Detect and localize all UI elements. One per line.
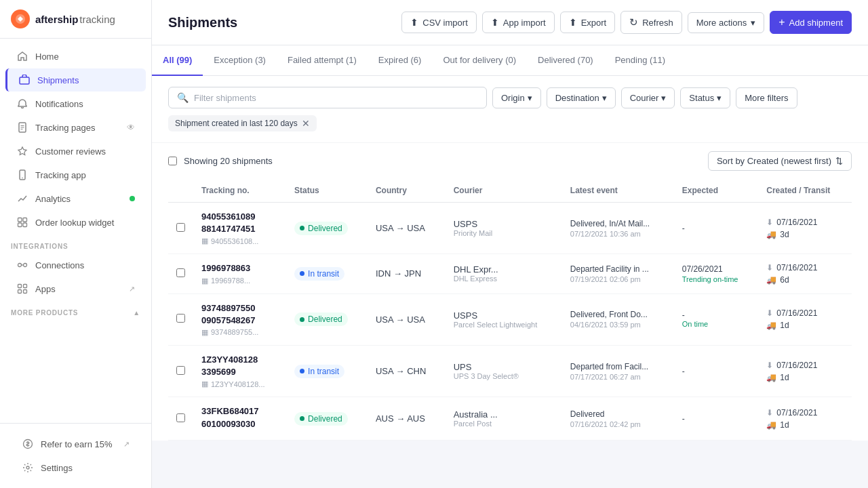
sidebar-item-settings[interactable]: Settings <box>11 456 140 479</box>
more-actions-button[interactable]: More actions ▾ <box>688 12 764 33</box>
svg-point-16 <box>26 466 29 469</box>
expected-text: - <box>682 414 685 424</box>
row-checkbox[interactable] <box>176 413 185 422</box>
tracking-number: 1Z3YY4081283395699 <box>201 354 278 378</box>
home-icon <box>16 50 28 62</box>
download-icon: ⬇ <box>766 361 773 370</box>
tab-pending[interactable]: Pending (11) <box>604 45 676 76</box>
expected-text: - <box>682 367 685 376</box>
row-checkbox[interactable] <box>176 268 185 277</box>
sidebar-item-order-lookup[interactable]: Order lookup widget <box>5 211 146 234</box>
app-import-icon: ⬆ <box>491 17 499 28</box>
refresh-button[interactable]: ↻ Refresh <box>620 11 682 34</box>
select-all-checkbox[interactable] <box>168 157 177 165</box>
download-icon: ⬇ <box>766 408 773 418</box>
sidebar-item-connections[interactable]: Connections <box>5 253 146 277</box>
courier-service: DHL Express <box>454 274 554 283</box>
svg-point-9 <box>18 264 22 267</box>
status-text: In transit <box>308 367 339 376</box>
status-label: Status <box>689 93 714 103</box>
courier-name: UPS <box>454 362 554 372</box>
sidebar-item-analytics[interactable]: Analytics <box>5 187 146 210</box>
shipments-icon <box>18 74 31 86</box>
sidebar-item-notifications[interactable]: Notifications <box>5 92 146 115</box>
tab-all[interactable]: All (99) <box>152 45 203 76</box>
courier-service: Priority Mail <box>454 229 554 237</box>
more-products-section[interactable]: MORE PRODUCTS ▲ <box>0 301 151 319</box>
status-dot <box>300 317 304 322</box>
svg-rect-6 <box>23 218 27 222</box>
svg-rect-5 <box>18 218 22 222</box>
search-container: 🔍 <box>168 87 487 108</box>
chevron-down-icon: ▾ <box>751 18 755 28</box>
integrations-section-label: INTEGRATIONS <box>0 235 151 253</box>
logo-brand: aftership <box>35 14 78 25</box>
more-filters-button[interactable]: More filters <box>736 87 797 108</box>
country-text: IDN → JPN <box>376 268 421 279</box>
page-title: Shipments <box>168 15 237 30</box>
tab-failed[interactable]: Failed attempt (1) <box>277 45 368 76</box>
csv-import-button[interactable]: ⬆ CSV import <box>401 12 476 33</box>
event-text: Departed from Facil... <box>570 362 666 371</box>
csv-import-label: CSV import <box>422 18 467 28</box>
tab-out-for-delivery[interactable]: Out for delivery (0) <box>432 45 527 76</box>
country-text: USA → USA <box>376 314 425 325</box>
courier-name: USPS <box>454 310 554 321</box>
origin-label: Origin <box>501 93 525 103</box>
table-row: 9405536108988141747451 ▦9405536108... De… <box>168 203 852 254</box>
transit-info: 🚚3d <box>766 230 844 239</box>
filter-row: 🔍 Origin ▾ Destination ▾ Courier ▾ Statu… <box>168 87 852 108</box>
logo-sub: tracking <box>79 14 115 25</box>
header-actions: ⬆ CSV import ⬆ App import ⬆ Export ↻ Ref… <box>401 11 852 34</box>
row-checkbox[interactable] <box>176 366 185 375</box>
event-time: 04/16/2021 03:59 pm <box>570 321 666 329</box>
export-button[interactable]: ⬆ Export <box>560 12 616 33</box>
search-input[interactable] <box>194 93 478 103</box>
filter-tag-close-button[interactable]: ✕ <box>302 118 310 129</box>
sidebar-item-apps[interactable]: Apps ↗ <box>5 277 146 300</box>
app-import-button[interactable]: ⬆ App import <box>482 12 555 33</box>
chevron-up-icon: ▲ <box>133 309 140 317</box>
svg-point-4 <box>22 178 23 179</box>
refer-external-icon: ↗ <box>123 440 130 449</box>
sort-selector[interactable]: Sort by Created (newest first) ⇅ <box>708 151 852 171</box>
table-row: 33FKB68401760100093030 Delivered AUS → A… <box>168 397 852 440</box>
origin-filter-button[interactable]: Origin ▾ <box>492 87 541 108</box>
add-shipment-button[interactable]: + Add shipment <box>770 11 852 34</box>
app-import-label: App import <box>503 18 546 28</box>
created-date: ⬇07/16/2021 <box>766 218 844 227</box>
transit-info: 🚚1d <box>766 420 844 430</box>
sidebar-item-customer-reviews[interactable]: Customer reviews <box>5 140 146 163</box>
tab-expired[interactable]: Expired (6) <box>368 45 433 76</box>
courier-chevron-icon: ▾ <box>661 93 666 103</box>
sidebar-nav: Home Shipments Notifications Tracking pa… <box>0 39 151 423</box>
sidebar-connections-label: Connections <box>35 260 135 270</box>
tab-exception[interactable]: Exception (3) <box>203 45 277 76</box>
sidebar-item-refer[interactable]: Refer to earn 15% ↗ <box>11 432 140 455</box>
sidebar-item-tracking-app[interactable]: Tracking app <box>5 163 146 186</box>
analytics-badge <box>130 196 135 201</box>
analytics-icon <box>16 192 28 205</box>
status-dot <box>300 416 304 421</box>
tracking-number: 9374889755009057548267 <box>201 302 278 327</box>
sidebar-item-shipments[interactable]: Shipments <box>5 68 146 92</box>
sidebar-item-home[interactable]: Home <box>5 45 146 68</box>
courier-name: Australia ... <box>454 409 554 420</box>
export-icon: ⬆ <box>569 17 577 28</box>
widget-icon <box>16 216 28 228</box>
sidebar-refer-label: Refer to earn 15% <box>41 439 117 449</box>
row-checkbox[interactable] <box>176 223 185 232</box>
row-checkbox[interactable] <box>176 314 185 323</box>
tab-delivered[interactable]: Delivered (70) <box>527 45 604 76</box>
event-time: 07/16/2021 02:42 pm <box>570 420 666 428</box>
sidebar-item-tracking-pages[interactable]: Tracking pages 👁 <box>5 116 146 139</box>
courier-filter-button[interactable]: Courier ▾ <box>621 87 675 108</box>
destination-filter-button[interactable]: Destination ▾ <box>547 87 616 108</box>
sidebar-footer: Refer to earn 15% ↗ Settings <box>0 423 151 488</box>
col-country: Country <box>368 179 446 203</box>
created-date: ⬇07/16/2021 <box>766 308 844 318</box>
sidebar-analytics-label: Analytics <box>35 194 123 204</box>
status-filter-button[interactable]: Status ▾ <box>680 87 730 108</box>
status-badge: Delivered <box>294 312 348 326</box>
svg-rect-11 <box>18 285 22 288</box>
